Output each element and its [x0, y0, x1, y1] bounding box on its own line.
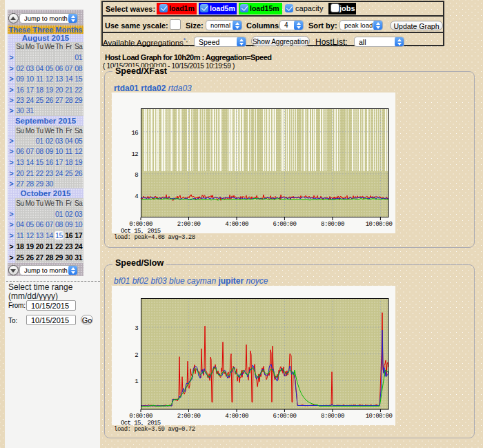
svg-text:10:00:00: 10:00:00 [366, 221, 393, 228]
svg-text:4:00:00: 4:00:00 [225, 221, 248, 228]
svg-text:0:00:00: 0:00:00 [129, 413, 152, 420]
svg-text:0:00:00: 0:00:00 [129, 221, 152, 228]
svg-text:2: 2 [135, 352, 138, 359]
svg-text:4: 4 [135, 193, 138, 200]
svg-text:4:00:00: 4:00:00 [225, 413, 248, 420]
svg-text:2:00:00: 2:00:00 [177, 413, 201, 420]
svg-text:8:00:00: 8:00:00 [321, 221, 344, 228]
svg-text:12: 12 [131, 151, 138, 158]
svg-text:16: 16 [131, 130, 138, 137]
svg-text:8:00:00: 8:00:00 [321, 413, 344, 420]
svg-text:Oct 15, 2015: Oct 15, 2015 [121, 420, 161, 425]
svg-text:3: 3 [135, 325, 138, 332]
svg-text:2:00:00: 2:00:00 [177, 221, 201, 228]
svg-text:6:00:00: 6:00:00 [273, 221, 297, 228]
svg-text:1: 1 [135, 378, 138, 385]
svg-text:6:00:00: 6:00:00 [273, 413, 297, 420]
svg-text:10:00:00: 10:00:00 [366, 413, 393, 420]
svg-text:8: 8 [135, 172, 138, 179]
svg-text:Oct 15, 2015: Oct 15, 2015 [121, 228, 161, 233]
